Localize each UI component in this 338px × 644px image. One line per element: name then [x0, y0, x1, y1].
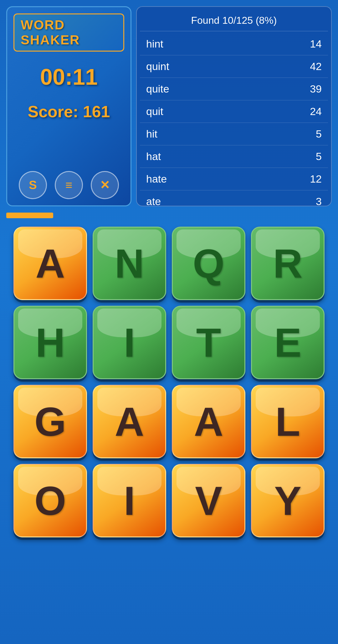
letter-text: L — [275, 398, 300, 445]
letter-text: E — [274, 319, 301, 366]
letter-tile[interactable]: N — [93, 227, 166, 300]
word-points: 5 — [316, 150, 322, 163]
score-label: Score: — [28, 103, 78, 121]
word-name: ate — [146, 195, 161, 206]
letter-tile[interactable]: L — [251, 385, 325, 458]
word-points: 24 — [310, 105, 322, 118]
word-points: 39 — [310, 83, 322, 95]
letter-text: I — [124, 477, 135, 524]
word-list-panel: Found 10/125 (8%) hint14quint42quite39qu… — [136, 6, 332, 206]
menu-button[interactable]: ≡ — [55, 171, 83, 199]
letter-text: O — [34, 477, 66, 524]
letter-tile[interactable]: V — [172, 464, 245, 537]
letter-tile[interactable]: H — [13, 306, 87, 379]
score-display: Score: 161 — [28, 102, 110, 121]
letter-tile[interactable]: A — [172, 385, 245, 458]
word-name: hat — [146, 150, 161, 163]
letter-text: T — [196, 319, 221, 366]
word-row: quint42 — [140, 55, 328, 78]
word-points: 5 — [316, 128, 322, 140]
letter-text: I — [124, 319, 135, 366]
grid-row: OIVY — [6, 464, 332, 537]
word-row: ate3 — [140, 190, 328, 206]
word-list: hint14quint42quite39quit24hit5hat5hate12… — [140, 33, 328, 206]
score-value: 161 — [83, 103, 110, 121]
word-points: 12 — [310, 173, 322, 185]
word-row: hit5 — [140, 123, 328, 145]
grid-row: ANQR — [6, 227, 332, 300]
letter-text: A — [36, 240, 65, 287]
word-row: hat5 — [140, 145, 328, 168]
logo-container: WORD SHAKER — [13, 13, 124, 52]
word-points: 3 — [316, 195, 322, 206]
grid-row: GAAL — [6, 385, 332, 458]
letter-text: Y — [274, 477, 301, 524]
letter-text: A — [194, 398, 223, 445]
letter-tile[interactable]: A — [13, 227, 87, 300]
word-row: hint14 — [140, 33, 328, 55]
word-points: 42 — [310, 60, 322, 73]
letter-tile[interactable]: Q — [172, 227, 245, 300]
action-buttons: S ≡ ✕ — [19, 171, 119, 199]
close-icon: ✕ — [100, 178, 110, 192]
letter-text: V — [195, 477, 222, 524]
word-name: hate — [146, 173, 167, 185]
menu-icon: ≡ — [65, 179, 72, 192]
letter-tile[interactable]: I — [93, 306, 166, 379]
word-name: quite — [146, 83, 169, 95]
progress-bar — [6, 213, 53, 218]
word-row: quite39 — [140, 78, 328, 100]
letter-tile[interactable]: O — [13, 464, 87, 537]
letter-tile[interactable]: I — [93, 464, 166, 537]
word-name: quint — [146, 60, 169, 73]
letter-text: R — [273, 240, 303, 287]
progress-bar-container — [0, 213, 338, 219]
word-row: quit24 — [140, 100, 328, 123]
letter-tile[interactable]: E — [251, 306, 325, 379]
found-header: Found 10/125 (8%) — [140, 10, 328, 31]
word-points: 14 — [310, 38, 322, 50]
letter-text: H — [36, 319, 65, 366]
letter-tile[interactable]: G — [13, 385, 87, 458]
top-section: WORD SHAKER 00:11 Score: 161 S ≡ ✕ Found… — [0, 0, 338, 213]
coin-button[interactable]: S — [19, 171, 47, 199]
letter-tile[interactable]: A — [93, 385, 166, 458]
letter-text: G — [34, 398, 66, 445]
letter-tile[interactable]: R — [251, 227, 325, 300]
grid-row: HITE — [6, 306, 332, 379]
app-logo: WORD SHAKER — [21, 18, 117, 48]
word-name: quit — [146, 105, 163, 118]
letter-grid: ANQRHITEGAALOIVY — [0, 222, 338, 542]
letter-tile[interactable]: T — [172, 306, 245, 379]
word-name: hint — [146, 38, 163, 50]
word-row: hate12 — [140, 168, 328, 190]
word-name: hit — [146, 128, 157, 140]
timer-display: 00:11 — [40, 64, 98, 90]
letter-tile[interactable]: Y — [251, 464, 325, 537]
coin-icon: S — [29, 179, 37, 192]
close-button[interactable]: ✕ — [91, 171, 119, 199]
letter-text: A — [115, 398, 144, 445]
letter-text: Q — [193, 240, 224, 287]
left-panel: WORD SHAKER 00:11 Score: 161 S ≡ ✕ — [6, 6, 131, 206]
letter-text: N — [115, 240, 144, 287]
